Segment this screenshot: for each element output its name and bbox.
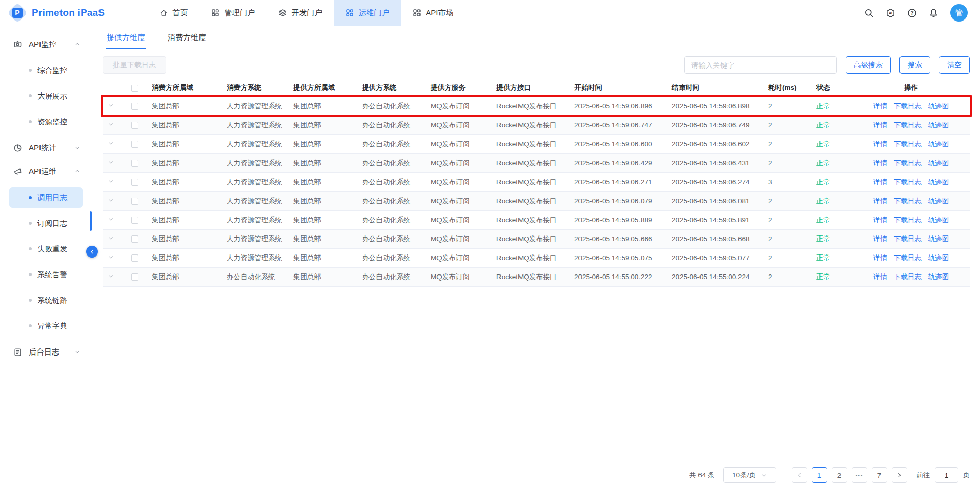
sidebar-sub-item[interactable]: 综合监控	[9, 60, 83, 81]
search-icon[interactable]	[864, 8, 874, 18]
row-checkbox[interactable]	[131, 254, 138, 262]
detail-link[interactable]: 详情	[873, 121, 887, 129]
brand[interactable]: P Primeton iPaaS	[0, 4, 105, 22]
table-row: 集团总部人力资源管理系统集团总部办公自动化系统MQ发布订阅RocketMQ发布接…	[103, 248, 970, 267]
row-checkbox[interactable]	[131, 122, 138, 129]
advanced-search-button[interactable]: 高级搜索	[846, 56, 891, 74]
actions-cell: 详情下载日志轨迹图	[852, 96, 970, 115]
keyword-input[interactable]	[684, 56, 837, 74]
table-row: 集团总部人力资源管理系统集团总部办公自动化系统MQ发布订阅RocketMQ发布接…	[103, 172, 970, 191]
trace-map-link[interactable]: 轨迹图	[928, 178, 949, 186]
sidebar-sub-item[interactable]: 大屏展示	[9, 86, 83, 106]
tab-item[interactable]: 消费方维度	[168, 26, 206, 49]
trace-map-link[interactable]: 轨迹图	[928, 159, 949, 167]
download-log-link[interactable]: 下载日志	[894, 159, 922, 167]
row-checkbox[interactable]	[131, 217, 138, 224]
sidebar-sub-item[interactable]: 订阅日志	[9, 213, 83, 233]
detail-link[interactable]: 详情	[873, 273, 887, 281]
row-expand-toggle-icon[interactable]	[108, 235, 114, 241]
sidebar-sub-item[interactable]: 系统链路	[9, 290, 83, 310]
trace-map-link[interactable]: 轨迹图	[928, 254, 949, 262]
search-button[interactable]: 搜索	[899, 56, 930, 74]
sidebar-group-item[interactable]: API运维	[4, 161, 88, 182]
detail-link[interactable]: 详情	[873, 159, 887, 167]
row-expand-toggle-icon[interactable]	[108, 273, 114, 279]
clear-button[interactable]: 清空	[939, 56, 970, 74]
sidebar-group-item[interactable]: API统计	[4, 137, 88, 159]
trace-map-link[interactable]: 轨迹图	[928, 121, 949, 129]
trace-map-link[interactable]: 轨迹图	[928, 273, 949, 281]
toolbar: 批量下载日志 高级搜索 搜索 清空	[103, 56, 970, 74]
download-log-link[interactable]: 下载日志	[894, 121, 922, 129]
download-log-link[interactable]: 下载日志	[894, 254, 922, 262]
sidebar-collapse-button[interactable]	[86, 246, 98, 258]
row-checkbox[interactable]	[131, 273, 138, 281]
page-number-button[interactable]: 7	[872, 467, 887, 483]
row-expand-toggle-icon[interactable]	[108, 140, 114, 146]
page-number-button[interactable]: 1	[812, 467, 827, 483]
download-log-link[interactable]: 下载日志	[894, 235, 922, 243]
sidebar-sub-item[interactable]: 资源监控	[9, 111, 83, 132]
notification-bell-icon[interactable]	[929, 8, 938, 18]
detail-link[interactable]: 详情	[873, 178, 887, 186]
top-nav-item[interactable]: 首页	[148, 0, 199, 26]
sidebar-sub-item[interactable]: 调用日志	[9, 187, 83, 208]
download-log-link[interactable]: 下载日志	[894, 140, 922, 148]
row-expand-toggle-icon[interactable]	[108, 216, 114, 222]
trace-map-link[interactable]: 轨迹图	[928, 140, 949, 148]
help-icon[interactable]: ?	[907, 8, 917, 18]
row-expand-toggle-icon[interactable]	[108, 197, 114, 203]
top-nav-item[interactable]: 运维门户	[334, 0, 401, 26]
row-checkbox[interactable]	[131, 235, 138, 243]
row-expand-toggle-icon[interactable]	[108, 121, 114, 127]
expand-cell	[103, 267, 126, 286]
page-ellipsis[interactable]: •••	[852, 467, 867, 483]
page-number-button[interactable]: 2	[832, 467, 847, 483]
row-checkbox[interactable]	[131, 198, 138, 205]
goto-page-input[interactable]	[935, 467, 958, 483]
trace-map-link[interactable]: 轨迹图	[928, 235, 949, 243]
cell: 2	[763, 229, 811, 248]
download-log-link[interactable]: 下载日志	[894, 102, 922, 110]
detail-link[interactable]: 详情	[873, 140, 887, 148]
row-expand-toggle-icon[interactable]	[108, 178, 114, 184]
ai-assistant-icon[interactable]: AI	[886, 8, 895, 18]
cell: MQ发布订阅	[426, 210, 491, 229]
select-all-checkbox[interactable]	[131, 85, 138, 92]
row-checkbox[interactable]	[131, 141, 138, 148]
sidebar-group-item[interactable]: API监控	[4, 33, 88, 55]
download-log-link[interactable]: 下载日志	[894, 216, 922, 224]
row-checkbox[interactable]	[131, 179, 138, 186]
cell: 2	[763, 134, 811, 153]
trace-map-link[interactable]: 轨迹图	[928, 102, 949, 110]
row-expand-toggle-icon[interactable]	[108, 254, 114, 260]
top-nav-item[interactable]: 开发门户	[267, 0, 334, 26]
detail-link[interactable]: 详情	[873, 216, 887, 224]
row-checkbox[interactable]	[131, 160, 138, 167]
cell: 集团总部	[288, 153, 357, 172]
row-expand-toggle-icon[interactable]	[108, 159, 114, 165]
sidebar-group-item[interactable]: 后台日志	[4, 341, 88, 363]
tab-item[interactable]: 提供方维度	[107, 26, 145, 49]
download-log-link[interactable]: 下载日志	[894, 197, 922, 205]
next-page-button[interactable]	[892, 467, 907, 483]
detail-link[interactable]: 详情	[873, 102, 887, 110]
row-expand-toggle-icon[interactable]	[108, 102, 114, 108]
sidebar-sub-item[interactable]: 系统告警	[9, 264, 83, 285]
download-log-link[interactable]: 下载日志	[894, 273, 922, 281]
download-log-link[interactable]: 下载日志	[894, 178, 922, 186]
trace-map-link[interactable]: 轨迹图	[928, 197, 949, 205]
detail-link[interactable]: 详情	[873, 254, 887, 262]
detail-link[interactable]: 详情	[873, 235, 887, 243]
trace-map-link[interactable]: 轨迹图	[928, 216, 949, 224]
page-size-select[interactable]: 10条/页	[723, 467, 776, 483]
prev-page-button[interactable]	[792, 467, 807, 483]
row-checkbox[interactable]	[131, 103, 138, 110]
sidebar-sub-item[interactable]: 失败重发	[9, 239, 83, 259]
sidebar-sub-item[interactable]: 异常字典	[9, 316, 83, 336]
top-nav-item[interactable]: 管理门户	[199, 0, 267, 26]
top-nav-item[interactable]: API市场	[401, 0, 465, 26]
detail-link[interactable]: 详情	[873, 197, 887, 205]
user-avatar[interactable]: 管	[950, 4, 968, 22]
batch-download-button[interactable]: 批量下载日志	[103, 56, 166, 74]
